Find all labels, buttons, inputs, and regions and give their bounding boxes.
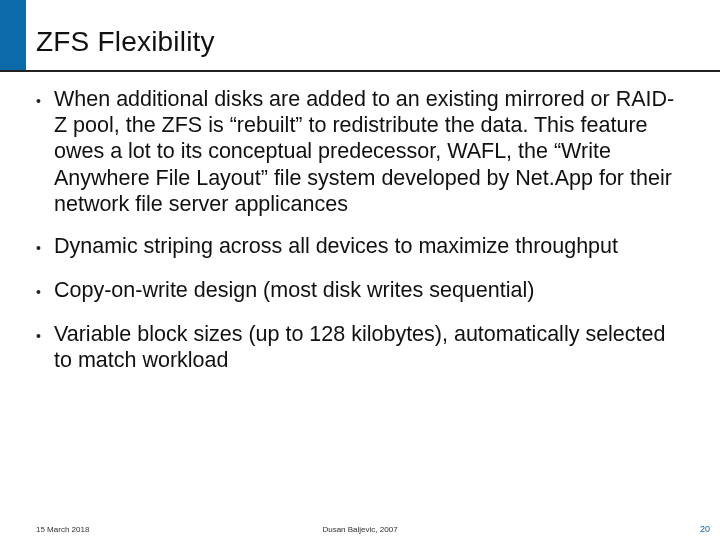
accent-bar [0,0,26,70]
bullet-item: • Variable block sizes (up to 128 kiloby… [36,321,686,373]
bullet-dot-icon: • [36,233,54,261]
bullet-item: • Copy-on-write design (most disk writes… [36,277,686,305]
title-underline [0,70,720,72]
bullet-dot-icon: • [36,86,54,114]
bullet-dot-icon: • [36,277,54,305]
footer-author: Dusan Baljevic, 2007 [322,525,397,534]
bullet-text: When additional disks are added to an ex… [54,86,686,217]
bullet-text: Copy-on-write design (most disk writes s… [54,277,534,303]
slide-title: ZFS Flexibility [36,26,215,58]
footer-date: 15 March 2018 [36,525,89,534]
bullet-text: Dynamic striping across all devices to m… [54,233,618,259]
slide-footer: 15 March 2018 Dusan Baljevic, 2007 20 [0,518,720,534]
bullet-item: • Dynamic striping across all devices to… [36,233,686,261]
bullet-text: Variable block sizes (up to 128 kilobyte… [54,321,686,373]
slide-content: • When additional disks are added to an … [36,86,686,390]
footer-page-number: 20 [700,524,710,534]
bullet-item: • When additional disks are added to an … [36,86,686,217]
bullet-dot-icon: • [36,321,54,349]
